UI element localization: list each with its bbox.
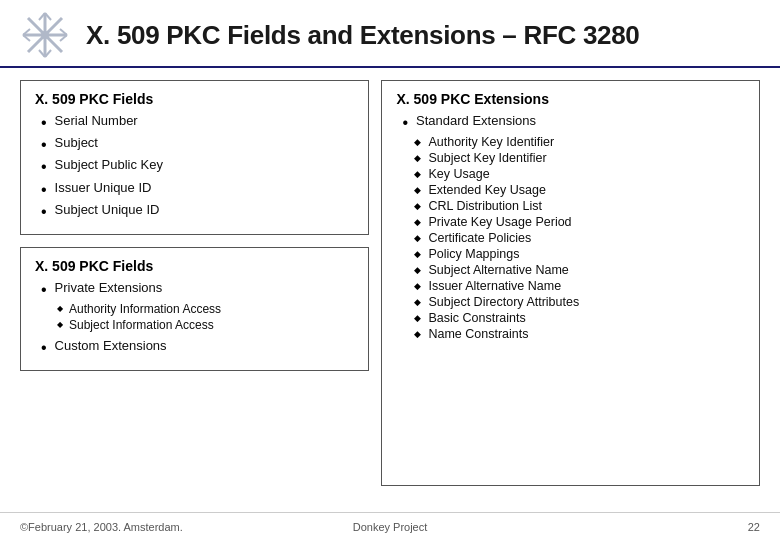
pkc-fields-extensions-box: X. 509 PKC Fields Private Extensions Aut… — [20, 247, 369, 371]
list-item: Private Key Usage Period — [414, 215, 745, 229]
list-item: Authority Information Access — [57, 302, 354, 316]
pkc-fields-title: X. 509 PKC Fields — [35, 91, 354, 107]
list-item: Subject — [41, 135, 354, 154]
custom-extensions-item: Custom Extensions — [41, 338, 354, 357]
private-extensions-item: Private Extensions — [41, 280, 354, 299]
main-content: X. 509 PKC Fields Serial Number Subject … — [0, 68, 780, 498]
standard-extensions-list: Standard Extensions — [396, 113, 745, 132]
list-item: Subject Information Access — [57, 318, 354, 332]
standard-items-list: Authority Key Identifier Subject Key Ide… — [396, 135, 745, 341]
pkc-fields-box: X. 509 PKC Fields Serial Number Subject … — [20, 80, 369, 235]
list-item: Issuer Alternative Name — [414, 279, 745, 293]
svg-point-4 — [41, 31, 49, 39]
list-item: Policy Mappings — [414, 247, 745, 261]
page-header: X. 509 PKC Fields and Extensions – RFC 3… — [0, 0, 780, 68]
custom-extensions-list: Custom Extensions — [35, 338, 354, 357]
pkc-extensions-title: X. 509 PKC Extensions — [396, 91, 745, 107]
page-title: X. 509 PKC Fields and Extensions – RFC 3… — [86, 20, 640, 51]
list-item: Key Usage — [414, 167, 745, 181]
footer-left: ©February 21, 2003. Amsterdam. — [20, 521, 183, 533]
list-item: Issuer Unique ID — [41, 180, 354, 199]
list-item: Extended Key Usage — [414, 183, 745, 197]
list-item: Certificate Policies — [414, 231, 745, 245]
list-item: Subject Directory Attributes — [414, 295, 745, 309]
footer: ©February 21, 2003. Amsterdam. Donkey Pr… — [0, 512, 780, 540]
list-item: Subject Public Key — [41, 157, 354, 176]
footer-right: 22 — [748, 521, 760, 533]
private-extensions-list: Private Extensions — [35, 280, 354, 299]
left-column: X. 509 PKC Fields Serial Number Subject … — [20, 80, 369, 486]
list-item: Name Constraints — [414, 327, 745, 341]
list-item: Authority Key Identifier — [414, 135, 745, 149]
list-item: Subject Alternative Name — [414, 263, 745, 277]
list-item: Subject Unique ID — [41, 202, 354, 221]
pkc-fields-ext-title: X. 509 PKC Fields — [35, 258, 354, 274]
list-item: Serial Number — [41, 113, 354, 132]
private-extensions-sub-list: Authority Information Access Subject Inf… — [35, 302, 354, 332]
pkc-fields-list: Serial Number Subject Subject Public Key… — [35, 113, 354, 221]
logo-icon — [20, 10, 70, 60]
pkc-extensions-box: X. 509 PKC Extensions Standard Extension… — [381, 80, 760, 486]
standard-extensions-item: Standard Extensions — [402, 113, 745, 132]
list-item: CRL Distribution List — [414, 199, 745, 213]
list-item: Subject Key Identifier — [414, 151, 745, 165]
right-column: X. 509 PKC Extensions Standard Extension… — [381, 80, 760, 486]
list-item: Basic Constraints — [414, 311, 745, 325]
footer-center: Donkey Project — [353, 521, 428, 533]
